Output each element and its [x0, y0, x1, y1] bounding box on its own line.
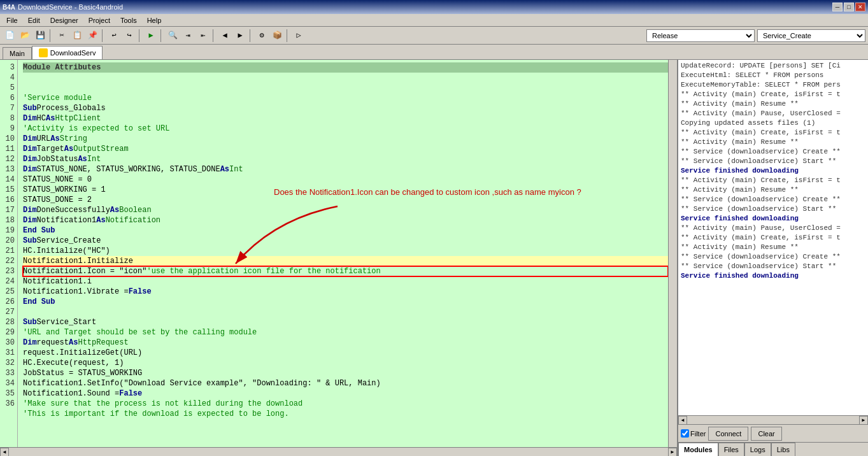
toolbar-sep-5: [213, 29, 215, 42]
open-button[interactable]: 📂: [18, 29, 32, 43]
menu-tools[interactable]: Tools: [115, 14, 142, 26]
log-line: ** Service (downloadservice) Start **: [681, 262, 865, 271]
log-tab-logs[interactable]: Logs: [744, 443, 771, 456]
title-bar: B4A DownloadService - Basic4android ─ □ …: [0, 0, 868, 14]
log-line: ** Activity (main) Resume **: [681, 243, 865, 252]
package-button[interactable]: 📦: [270, 29, 284, 43]
filter-checkbox[interactable]: [681, 429, 689, 438]
code-line: 'This is important if the download is ex…: [23, 409, 668, 419]
line-number: 4: [3, 73, 15, 83]
code-line: Module Attributes: [23, 62, 668, 73]
menu-help[interactable]: Help: [142, 14, 167, 26]
line-number: 13: [3, 164, 15, 175]
code-line: Notification1.i: [23, 276, 668, 287]
copy-button[interactable]: 📋: [70, 29, 84, 43]
log-line: Service finished downloading: [681, 214, 865, 224]
line-number: 30: [3, 338, 15, 348]
toolbar-sep-3: [139, 29, 141, 42]
line-number: 23: [3, 266, 15, 276]
line-number: 10: [3, 134, 15, 144]
code-line: Dim request As HttpRequest: [23, 338, 668, 348]
code-line: [23, 307, 668, 317]
line-number: 31: [3, 348, 15, 358]
log-line: ** Activity (main) Pause, UserClosed =: [681, 109, 865, 118]
download-tab-label: DownloadServ: [50, 49, 96, 57]
build-button[interactable]: ⚙: [255, 29, 269, 43]
code-line: 'URL and Target should be set by the cal…: [23, 327, 668, 338]
log-line: ExecuteHtml: SELECT * FROM persons: [681, 71, 865, 80]
line-number: 11: [3, 144, 15, 154]
line-number: 22: [3, 256, 15, 266]
log-tab-modules[interactable]: Modules: [678, 443, 718, 456]
title-bar-controls: ─ □ ✕: [832, 3, 865, 11]
editor-scrollbar[interactable]: [668, 60, 677, 447]
log-line: ** Service (downloadservice) Start **: [681, 204, 865, 214]
tab-bar: Main DownloadServ: [0, 45, 868, 60]
tab-main[interactable]: Main: [3, 47, 32, 59]
line-number: 36: [3, 399, 15, 409]
line-number: 8: [3, 113, 15, 124]
code-line: Sub Service_Start: [23, 317, 668, 327]
nav-back-button[interactable]: ◀: [218, 29, 232, 43]
log-line: ExecuteMemoryTable: SELECT * FROM pers: [681, 80, 865, 90]
code-editor[interactable]: 3456789101112131415161718192021222324252…: [0, 60, 677, 456]
code-line: Notification1.SetInfo("Download Service …: [23, 378, 668, 388]
line-number: 24: [3, 276, 15, 287]
paste-button[interactable]: 📌: [85, 29, 99, 43]
menu-file[interactable]: File: [1, 14, 23, 26]
title-bar-left: B4A DownloadService - Basic4android: [3, 3, 123, 11]
line-number: 25: [3, 287, 15, 297]
cut-button[interactable]: ✂: [55, 29, 69, 43]
module-select[interactable]: Service_Create: [757, 29, 865, 42]
connect-button[interactable]: Connect: [708, 427, 748, 441]
nav-fwd-button[interactable]: ▶: [233, 29, 247, 43]
filter-checkbox-group[interactable]: Filter: [681, 429, 706, 438]
maximize-button[interactable]: □: [844, 3, 854, 11]
menu-edit[interactable]: Edit: [23, 14, 45, 26]
log-line: Copying updated assets files (1): [681, 118, 865, 128]
code-line: End Sub: [23, 225, 668, 236]
menu-bar: File Edit Designer Project Tools Help: [0, 14, 868, 27]
log-line: ** Service (downloadservice) Create **: [681, 195, 865, 204]
log-line: ** Service (downloadservice) Create **: [681, 252, 865, 262]
log-tab-libs[interactable]: Libs: [771, 443, 795, 456]
code-line: Dim URL As String: [23, 134, 668, 144]
line-number: 21: [3, 246, 15, 256]
log-hscroll[interactable]: ◀ ▶: [678, 415, 868, 424]
menu-designer[interactable]: Designer: [45, 14, 83, 26]
play-btn[interactable]: ▷: [292, 29, 306, 43]
save-button[interactable]: 💾: [33, 29, 47, 43]
menu-project[interactable]: Project: [83, 14, 115, 26]
line-number: 9: [3, 124, 15, 134]
editor-hscroll[interactable]: ◀ ▶: [0, 447, 677, 456]
code-line: Dim DoneSuccessfully As Boolean: [23, 205, 668, 215]
line-number: 14: [3, 175, 15, 185]
indent-button[interactable]: ⇥: [181, 29, 195, 43]
undo-button[interactable]: ↩: [107, 29, 121, 43]
line-number: 34: [3, 378, 15, 388]
window-title: DownloadService - Basic4android: [18, 3, 123, 11]
main-area: 3456789101112131415161718192021222324252…: [0, 60, 868, 456]
code-line: Sub Service_Create: [23, 236, 668, 246]
redo-button[interactable]: ↪: [122, 29, 136, 43]
close-button[interactable]: ✕: [855, 3, 865, 11]
toolbar-right: Release Debug Service_Create: [646, 29, 865, 42]
outdent-button[interactable]: ⇤: [196, 29, 210, 43]
log-tab-files[interactable]: Files: [718, 443, 744, 456]
new-button[interactable]: 📄: [3, 29, 17, 43]
clear-button[interactable]: Clear: [751, 427, 781, 441]
code-lines[interactable]: Module Attributes 'Service module Sub Pr…: [18, 60, 668, 447]
app-icon: B4A: [3, 4, 15, 11]
minimize-button[interactable]: ─: [832, 3, 843, 11]
build-config-select[interactable]: Release Debug: [646, 29, 755, 42]
find-button[interactable]: 🔍: [166, 29, 180, 43]
code-line: STATUS_NONE = 0: [23, 175, 668, 185]
line-number: 15: [3, 185, 15, 195]
code-line: HC.Initialize("HC"): [23, 246, 668, 256]
log-line: UpdateRecord: UPDATE [persons] SET [Ci: [681, 61, 865, 71]
log-line: ** Activity (main) Pause, UserClosed =: [681, 224, 865, 233]
line-number: 26: [3, 297, 15, 307]
run-button[interactable]: ▶: [144, 29, 158, 43]
code-line: 'Activity is expected to set URL: [23, 124, 668, 134]
tab-downloadserv[interactable]: DownloadServ: [32, 46, 103, 59]
